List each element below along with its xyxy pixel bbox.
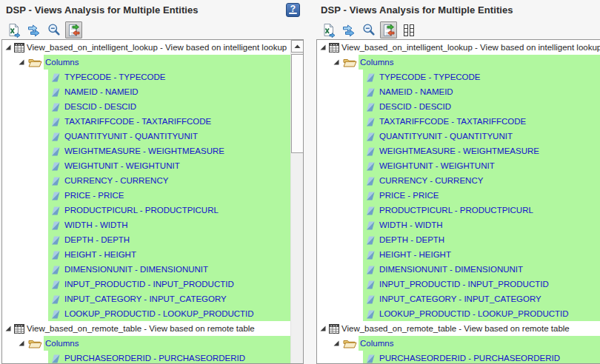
highlight-band: HEIGHT - HEIGHT — [363, 247, 600, 262]
tree-row-column[interactable]: WIDTH - WIDTH — [2, 218, 290, 232]
detail-view-icon — [381, 23, 396, 38]
highlight-band: WIDTH - WIDTH — [363, 218, 600, 232]
vertical-scrollbar[interactable] — [290, 40, 303, 363]
tree-row-column[interactable]: CURRENCY - CURRENCY — [2, 173, 290, 188]
transfer-arrows-button[interactable] — [340, 21, 357, 38]
transfer-arrows-icon — [341, 23, 356, 38]
highlight-band: DIMENSIONUNIT - DIMENSIONUNIT — [48, 262, 290, 277]
column-icon — [51, 354, 60, 363]
tree-row-column[interactable]: INPUT_PRODUCTID - INPUT_PRODUCTID — [317, 277, 600, 291]
tile-vertical-button[interactable] — [400, 21, 417, 38]
tree-row-column[interactable]: DIMENSIONUNIT - DIMENSIONUNIT — [2, 262, 290, 277]
tree-row-column[interactable]: LOOKUP_PRODUCTID - LOOKUP_PRODUCTID — [2, 306, 290, 321]
tree-row-column[interactable]: TAXTARIFFCODE - TAXTARIFFCODE — [2, 114, 290, 129]
tree-row-column[interactable]: INPUT_CATEGORY - INPUT_CATEGORY — [2, 291, 290, 306]
scrollbar-thumb[interactable] — [291, 54, 304, 153]
expander-icon[interactable] — [18, 58, 25, 66]
detail-view-toggle-button[interactable] — [65, 21, 82, 38]
expander-icon[interactable] — [333, 340, 340, 347]
column-icon — [366, 220, 375, 230]
column-icon — [51, 191, 60, 200]
export-to-excel-button[interactable] — [5, 21, 22, 38]
zoom-out-button[interactable] — [45, 21, 62, 38]
tree-row-column[interactable]: PRICE - PRICE — [2, 188, 290, 203]
tree-row-column[interactable]: TYPECODE - TYPECODE — [317, 70, 600, 84]
tree-row-column[interactable]: PRODUCTPICURL - PRODUCTPICURL — [2, 203, 290, 218]
tree-row-view[interactable]: View_based_on_intelligent_lookup - View … — [2, 40, 290, 55]
tree-row-column[interactable]: INPUT_CATEGORY - INPUT_CATEGORY — [317, 291, 600, 306]
tree-row-label: WEIGHTMEASURE - WEIGHTMEASURE — [64, 146, 224, 155]
tree-row-label: TAXTARIFFCODE - TAXTARIFFCODE — [379, 117, 526, 126]
highlight-band: CURRENCY - CURRENCY — [363, 173, 600, 188]
expander-icon[interactable] — [4, 44, 12, 51]
tree-row-folder[interactable]: Columns — [2, 55, 290, 70]
tree-row-column[interactable]: INPUT_PRODUCTID - INPUT_PRODUCTID — [2, 277, 290, 291]
expander-icon[interactable] — [319, 44, 327, 51]
tree-row-folder[interactable]: Columns — [317, 336, 600, 351]
tree-row-label: INPUT_CATEGORY - INPUT_CATEGORY — [379, 294, 541, 303]
tree-row-column[interactable]: DEPTH - DEPTH — [317, 232, 600, 247]
tree-row-column[interactable]: NAMEID - NAMEID — [2, 84, 290, 99]
column-icon — [51, 146, 60, 156]
column-icon — [366, 309, 375, 319]
highlight-band: TYPECODE - TYPECODE — [48, 70, 290, 84]
tree: View_based_on_intelligent_lookup - View … — [2, 40, 290, 363]
tree-row-column[interactable]: NAMEID - NAMEID — [317, 84, 600, 99]
expander-icon[interactable] — [333, 58, 340, 66]
zoom-out-button[interactable] — [360, 21, 377, 38]
tree-row-folder[interactable]: Columns — [2, 336, 290, 351]
tree-row-column[interactable]: PURCHASEORDERID - PURCHASEORDERID — [317, 351, 600, 364]
tree-row-column[interactable]: WEIGHTUNIT - WEIGHTUNIT — [2, 158, 290, 173]
tree-row-column[interactable]: WEIGHTUNIT - WEIGHTUNIT — [317, 158, 600, 173]
tree-row-column[interactable]: TYPECODE - TYPECODE — [2, 70, 290, 84]
tree-row-column[interactable]: CURRENCY - CURRENCY — [317, 173, 600, 188]
highlight-band: CURRENCY - CURRENCY — [48, 173, 290, 188]
column-icon — [366, 146, 375, 156]
tree-row-view[interactable]: View_based_on_intelligent_lookup - View … — [317, 40, 600, 55]
column-icon — [51, 132, 60, 141]
tree-row-column[interactable]: PRICE - PRICE — [317, 188, 600, 203]
tree-row-label: INPUT_PRODUCTID - INPUT_PRODUCTID — [64, 280, 234, 289]
expander-icon[interactable] — [319, 325, 327, 332]
tree-row-column[interactable]: LOOKUP_PRODUCTID - LOOKUP_PRODUCTID — [317, 306, 600, 321]
folder-open-icon — [28, 57, 42, 67]
left-panel: DSP - Views Analysis for Multiple Entiti… — [0, 0, 308, 364]
export-to-excel-button[interactable] — [320, 21, 337, 38]
tree-row-column[interactable]: QUANTITYUNIT - QUANTITYUNIT — [317, 129, 600, 144]
tree-row-label: DESCID - DESCID — [379, 102, 451, 111]
expander-icon[interactable] — [4, 325, 12, 332]
tree-row-column[interactable]: PRODUCTPICURL - PRODUCTPICURL — [317, 203, 600, 218]
tree-row-label: PRICE - PRICE — [379, 191, 439, 200]
tree-row-folder[interactable]: Columns — [317, 55, 600, 70]
tree-row-column[interactable]: WEIGHTMEASURE - WEIGHTMEASURE — [2, 144, 290, 158]
tree-row-view[interactable]: View_based_on_remote_table - View based … — [2, 321, 290, 336]
highlight-band: INPUT_CATEGORY - INPUT_CATEGORY — [48, 291, 290, 306]
tree-row-column[interactable]: DEPTH - DEPTH — [2, 232, 290, 247]
transfer-arrows-button[interactable] — [25, 21, 42, 38]
expander-icon[interactable] — [18, 340, 25, 347]
detail-view-toggle-button[interactable] — [380, 21, 397, 38]
help-icon[interactable]: ? — [286, 3, 300, 17]
highlight-band: LOOKUP_PRODUCTID - LOOKUP_PRODUCTID — [363, 306, 600, 321]
tree-row-label: NAMEID - NAMEID — [64, 87, 139, 96]
tree-row-column[interactable]: TAXTARIFFCODE - TAXTARIFFCODE — [317, 114, 600, 129]
tree-row-label: Columns — [45, 339, 79, 348]
tree-row-label: QUANTITYUNIT - QUANTITYUNIT — [379, 132, 513, 141]
tree-row-column[interactable]: DIMENSIONUNIT - DIMENSIONUNIT — [317, 262, 600, 277]
tree-row-column[interactable]: QUANTITYUNIT - QUANTITYUNIT — [2, 129, 290, 144]
tree-row-column[interactable]: DESCID - DESCID — [2, 99, 290, 114]
scrollbar-up-button[interactable] — [291, 40, 304, 53]
column-icon — [51, 206, 60, 215]
tree-row-column[interactable]: HEIGHT - HEIGHT — [2, 247, 290, 262]
tree-row-label: View_based_on_remote_table - View based … — [341, 324, 570, 333]
tree-row-column[interactable]: WEIGHTMEASURE - WEIGHTMEASURE — [317, 144, 600, 158]
tree-row-column[interactable]: WIDTH - WIDTH — [317, 218, 600, 232]
column-icon — [51, 161, 60, 171]
page-title: DSP - Views Analysis for Multiple Entiti… — [321, 4, 513, 16]
tree-row-column[interactable]: PURCHASEORDERID - PURCHASEORDERID — [2, 351, 290, 364]
tree-row-column[interactable]: HEIGHT - HEIGHT — [317, 247, 600, 262]
column-icon — [51, 102, 60, 112]
tree-row-label: INPUT_CATEGORY - INPUT_CATEGORY — [64, 294, 227, 303]
tree-row-column[interactable]: DESCID - DESCID — [317, 99, 600, 114]
tree-row-view[interactable]: View_based_on_remote_table - View based … — [317, 321, 600, 336]
